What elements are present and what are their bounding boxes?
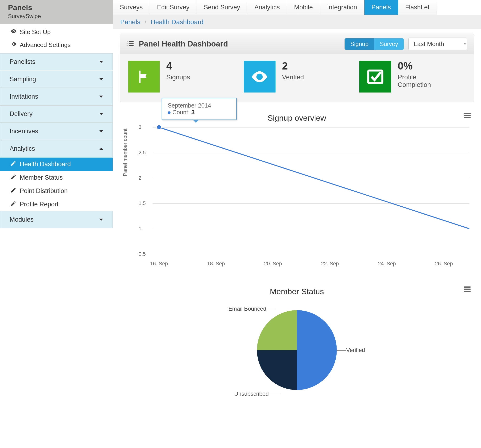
- stat-verified: 2 Verified: [244, 61, 350, 92]
- section-label: Incentives: [10, 128, 38, 135]
- subitem-label: Point Distribution: [20, 187, 68, 195]
- panel-header: Panel Health Dashboard Signup Survey Las…: [120, 34, 474, 54]
- sidebar-header: Panels SurveySwipe: [0, 0, 113, 24]
- sidebar-item-profile-report[interactable]: Profile Report: [0, 198, 113, 211]
- sidebar-link-advanced[interactable]: Advanced Settings: [0, 38, 113, 52]
- stats-row: 4 Signups 2 Verified: [120, 54, 474, 102]
- sidebar-section-sampling[interactable]: Sampling: [0, 71, 113, 88]
- tab-surveys[interactable]: Surveys: [113, 0, 150, 15]
- tab-integration[interactable]: Integration: [320, 0, 365, 15]
- tab-edit-survey[interactable]: Edit Survey: [150, 0, 197, 15]
- svg-point-1: [258, 75, 261, 78]
- stat-signups: 4 Signups: [128, 61, 234, 92]
- top-nav: Surveys Edit Survey Send Survey Analytic…: [113, 0, 481, 15]
- sidebar-subtitle: SurveySwipe: [8, 13, 105, 20]
- series-dot-icon: [168, 111, 171, 114]
- subitem-label: Profile Report: [20, 201, 59, 208]
- section-label: Invitations: [10, 93, 38, 100]
- section-label: Sampling: [10, 76, 36, 83]
- chevron-down-icon: [99, 113, 103, 115]
- stat-label: Verified: [282, 74, 304, 81]
- stat-profile-completion: 0% Profile Completion: [359, 61, 466, 92]
- menu-icon: [464, 286, 471, 292]
- check-icon: [359, 61, 391, 92]
- svg-line-3: [159, 127, 469, 229]
- member-status-chart: Member Status Verified Unsubscribed Emai…: [113, 280, 481, 409]
- tooltip-arrow-icon: [193, 119, 199, 123]
- edit-icon: [10, 160, 16, 168]
- breadcrumb-health[interactable]: Health Dashboard: [150, 18, 204, 26]
- edit-icon: [10, 201, 16, 208]
- eye-icon: [10, 28, 17, 36]
- link-label: Advanced Settings: [20, 41, 71, 49]
- tooltip-series: Count: [172, 109, 188, 116]
- breadcrumb: Panels / Health Dashboard: [113, 15, 481, 29]
- chevron-down-icon: [99, 219, 103, 221]
- plot-area: 3 2.5 2 1.5 1 0.5 16. Sep 18. Sep 20. Se…: [153, 127, 469, 254]
- chevron-down-icon: [99, 96, 103, 98]
- chart-menu-button[interactable]: [464, 285, 471, 293]
- sidebar-section-invitations[interactable]: Invitations: [0, 88, 113, 105]
- label-text: Verified: [346, 347, 365, 353]
- svg-point-0: [13, 31, 14, 32]
- edit-icon: [10, 187, 16, 195]
- section-label: Panelists: [10, 58, 36, 66]
- toggle-signup[interactable]: Signup: [345, 38, 374, 50]
- signup-survey-toggle: Signup Survey: [345, 38, 404, 50]
- stat-value: 4: [166, 61, 190, 71]
- panel-title: Panel Health Dashboard: [139, 39, 228, 48]
- sidebar-title: Panels: [8, 3, 105, 12]
- stat-value: 2: [282, 61, 304, 71]
- tab-flashlet[interactable]: FlashLet: [398, 0, 437, 15]
- pie-label-unsubscribed: Unsubscribed: [234, 390, 269, 397]
- tooltip-value: 3: [191, 109, 195, 116]
- sidebar-section-delivery[interactable]: Delivery: [0, 105, 113, 123]
- edit-icon: [10, 174, 16, 181]
- breadcrumb-panels[interactable]: Panels: [120, 18, 140, 26]
- stat-label: Signups: [166, 74, 190, 81]
- toggle-survey[interactable]: Survey: [374, 38, 404, 50]
- sidebar-section-panelists[interactable]: Panelists: [0, 53, 113, 70]
- date-range-select[interactable]: Last Month: [408, 37, 467, 50]
- subitem-label: Member Status: [20, 174, 63, 181]
- breadcrumb-separator: /: [144, 18, 146, 26]
- panel-health-card: Panel Health Dashboard Signup Survey Las…: [120, 34, 474, 102]
- sidebar-item-health-dashboard[interactable]: Health Dashboard: [0, 157, 113, 171]
- svg-point-4: [157, 125, 161, 130]
- tab-send-survey[interactable]: Send Survey: [197, 0, 248, 15]
- sidebar-item-member-status[interactable]: Member Status: [0, 171, 113, 184]
- section-label: Modules: [10, 216, 34, 223]
- signup-overview-chart: Signup overview Panel member count 3 2.5…: [113, 106, 481, 280]
- stat-value: 0%: [398, 61, 445, 71]
- sidebar-section-modules[interactable]: Modules: [0, 211, 113, 228]
- pie-chart: [257, 310, 337, 390]
- chevron-down-icon: [99, 61, 103, 63]
- label-text: Unsubscribed: [234, 390, 269, 397]
- sidebar-item-point-distribution[interactable]: Point Distribution: [0, 184, 113, 198]
- pie-label-verified: Verified: [346, 347, 365, 353]
- sidebar-link-site-setup[interactable]: Site Set Up: [0, 26, 113, 38]
- sidebar-section-incentives[interactable]: Incentives: [0, 123, 113, 140]
- sidebar-section-analytics[interactable]: Analytics: [0, 140, 113, 157]
- tab-mobile[interactable]: Mobile: [287, 0, 320, 15]
- section-label: Analytics: [10, 145, 35, 152]
- chart-menu-button[interactable]: [464, 112, 471, 119]
- flag-icon: [128, 61, 160, 92]
- stat-label: Profile Completion: [398, 74, 445, 89]
- chart-tooltip: September 2014 Count: 3: [162, 98, 237, 120]
- chart-title: Member Status: [120, 287, 474, 296]
- line-series: [153, 127, 469, 254]
- label-text: Email Bounced: [228, 306, 266, 312]
- gears-icon: [10, 41, 17, 49]
- tooltip-title: September 2014: [168, 102, 231, 109]
- tab-analytics[interactable]: Analytics: [247, 0, 287, 15]
- main: Surveys Edit Survey Send Survey Analytic…: [113, 0, 481, 409]
- section-label: Delivery: [10, 110, 33, 118]
- tab-panels[interactable]: Panels: [364, 0, 398, 15]
- subitem-label: Health Dashboard: [20, 161, 71, 168]
- link-label: Site Set Up: [20, 28, 51, 36]
- y-axis-label: Panel member count: [122, 129, 128, 176]
- sidebar: Panels SurveySwipe Site Set Up Advanced …: [0, 0, 113, 409]
- list-icon: [127, 40, 135, 48]
- chevron-up-icon: [99, 148, 103, 150]
